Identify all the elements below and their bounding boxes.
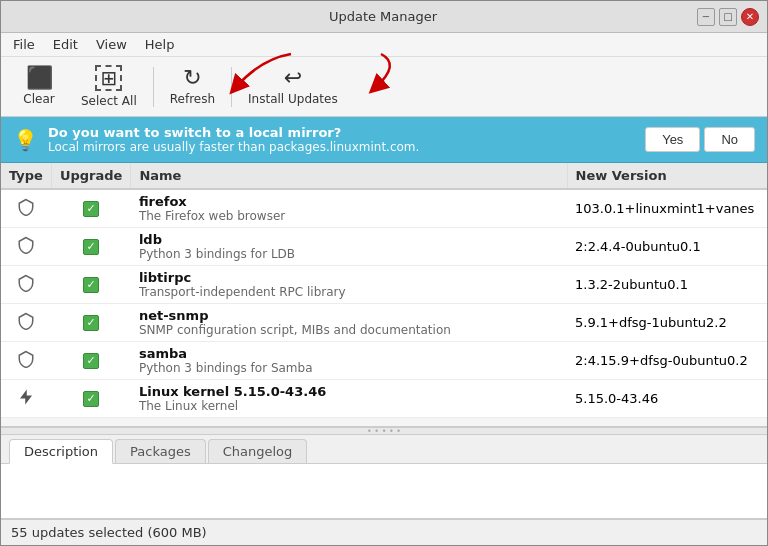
package-name: net-snmp [139, 308, 559, 323]
package-desc: Python 3 bindings for Samba [139, 361, 559, 375]
select-all-label: Select All [81, 94, 137, 108]
main-window: Update Manager − □ ✕ File Edit View Help… [0, 0, 768, 546]
package-desc: The Firefox web browser [139, 209, 559, 223]
upgrade-cell[interactable]: ✓ [51, 342, 130, 380]
banner-main-text: Do you want to switch to a local mirror? [48, 125, 635, 140]
table-header-row: Type Upgrade Name New Version [1, 163, 767, 189]
upgrade-cell[interactable]: ✓ [51, 266, 130, 304]
tabs-bar: Description Packages Changelog [1, 435, 767, 464]
shield-icon [17, 280, 35, 295]
upgrade-checkbox[interactable]: ✓ [83, 277, 99, 293]
select-all-icon: ⊞ [95, 65, 122, 91]
status-bar: 55 updates selected (600 MB) [1, 519, 767, 545]
shield-icon [17, 242, 35, 257]
type-cell [1, 228, 51, 266]
toolbar-sep-1 [153, 67, 154, 107]
tab-packages[interactable]: Packages [115, 439, 206, 463]
shield-icon [17, 204, 35, 219]
status-text: 55 updates selected (600 MB) [11, 525, 207, 540]
upgrade-cell[interactable]: ✓ [51, 228, 130, 266]
banner-text: Do you want to switch to a local mirror?… [48, 125, 635, 154]
package-table-container[interactable]: Type Upgrade Name New Version ✓firefoxTh… [1, 163, 767, 427]
shield-icon [17, 318, 35, 333]
name-cell: sambaPython 3 bindings for Samba [131, 342, 567, 380]
version-cell: 1.3.2-2ubuntu0.1 [567, 266, 767, 304]
title-bar: Update Manager − □ ✕ [1, 1, 767, 33]
table-row: ✓ldbPython 3 bindings for LDB2:2.4.4-0ub… [1, 228, 767, 266]
package-desc: The Linux kernel [139, 399, 559, 413]
name-cell: firefoxThe Firefox web browser [131, 189, 567, 228]
upgrade-cell[interactable]: ✓ [51, 189, 130, 228]
menu-bar: File Edit View Help [1, 33, 767, 57]
toolbar-wrapper: ⬛ Clear ⊞ Select All ↻ Refresh ↩ Install… [1, 57, 767, 117]
window-controls: − □ ✕ [697, 8, 759, 26]
package-name: libtirpc [139, 270, 559, 285]
version-cell: 2:4.15.9+dfsg-0ubuntu0.2 [567, 342, 767, 380]
version-cell: 5.9.1+dfsg-1ubuntu2.2 [567, 304, 767, 342]
clear-button[interactable]: ⬛ Clear [9, 59, 69, 114]
name-cell: net-snmpSNMP configuration script, MIBs … [131, 304, 567, 342]
upgrade-checkbox[interactable]: ✓ [83, 201, 99, 217]
toolbar: ⬛ Clear ⊞ Select All ↻ Refresh ↩ Install… [1, 57, 767, 117]
name-cell: Linux kernel 5.15.0-43.46The Linux kerne… [131, 380, 567, 418]
install-button[interactable]: ↩ Install Updates [236, 59, 350, 114]
package-desc: Python 3 bindings for LDB [139, 247, 559, 261]
install-icon: ↩ [284, 67, 302, 89]
type-cell [1, 266, 51, 304]
package-name: ldb [139, 232, 559, 247]
name-cell: libtirpcTransport-independent RPC librar… [131, 266, 567, 304]
refresh-button[interactable]: ↻ Refresh [158, 59, 227, 114]
upgrade-checkbox[interactable]: ✓ [83, 239, 99, 255]
svg-marker-0 [20, 390, 32, 405]
type-cell [1, 342, 51, 380]
table-row: ✓firefoxThe Firefox web browser103.0.1+l… [1, 189, 767, 228]
upgrade-cell[interactable]: ✓ [51, 304, 130, 342]
upgrade-checkbox[interactable]: ✓ [83, 315, 99, 331]
col-upgrade: Upgrade [51, 163, 130, 189]
menu-edit[interactable]: Edit [45, 35, 86, 54]
close-button[interactable]: ✕ [741, 8, 759, 26]
col-name: Name [131, 163, 567, 189]
toolbar-sep-2 [231, 67, 232, 107]
clear-icon: ⬛ [26, 67, 53, 89]
menu-file[interactable]: File [5, 35, 43, 54]
maximize-button[interactable]: □ [719, 8, 737, 26]
window-title: Update Manager [69, 9, 697, 24]
table-row: ✓net-snmpSNMP configuration script, MIBs… [1, 304, 767, 342]
upgrade-checkbox[interactable]: ✓ [83, 353, 99, 369]
tab-content-area [1, 464, 767, 519]
table-row: ✓Linux kernel 5.15.0-43.46The Linux kern… [1, 380, 767, 418]
col-version: New Version [567, 163, 767, 189]
clear-label: Clear [23, 92, 54, 106]
package-desc: SNMP configuration script, MIBs and docu… [139, 323, 559, 337]
col-type: Type [1, 163, 51, 189]
info-banner: 💡 Do you want to switch to a local mirro… [1, 117, 767, 163]
type-cell [1, 304, 51, 342]
tab-description[interactable]: Description [9, 439, 113, 464]
refresh-label: Refresh [170, 92, 215, 106]
bolt-icon [17, 394, 35, 409]
select-all-button[interactable]: ⊞ Select All [69, 59, 149, 114]
shield-icon [17, 356, 35, 371]
package-table: Type Upgrade Name New Version ✓firefoxTh… [1, 163, 767, 418]
name-cell: ldbPython 3 bindings for LDB [131, 228, 567, 266]
banner-buttons: Yes No [645, 127, 755, 152]
minimize-button[interactable]: − [697, 8, 715, 26]
tab-changelog[interactable]: Changelog [208, 439, 308, 463]
refresh-icon: ↻ [183, 67, 201, 89]
banner-no-button[interactable]: No [704, 127, 755, 152]
menu-view[interactable]: View [88, 35, 135, 54]
upgrade-checkbox[interactable]: ✓ [83, 391, 99, 407]
banner-icon: 💡 [13, 128, 38, 152]
package-name: samba [139, 346, 559, 361]
version-cell: 2:2.4.4-0ubuntu0.1 [567, 228, 767, 266]
resize-handle[interactable]: • • • • • [1, 427, 767, 435]
package-name: firefox [139, 194, 559, 209]
version-cell: 103.0.1+linuxmint1+vanes [567, 189, 767, 228]
menu-help[interactable]: Help [137, 35, 183, 54]
upgrade-cell[interactable]: ✓ [51, 380, 130, 418]
package-name: Linux kernel 5.15.0-43.46 [139, 384, 559, 399]
banner-sub-text: Local mirrors are usually faster than pa… [48, 140, 635, 154]
type-cell [1, 189, 51, 228]
banner-yes-button[interactable]: Yes [645, 127, 700, 152]
